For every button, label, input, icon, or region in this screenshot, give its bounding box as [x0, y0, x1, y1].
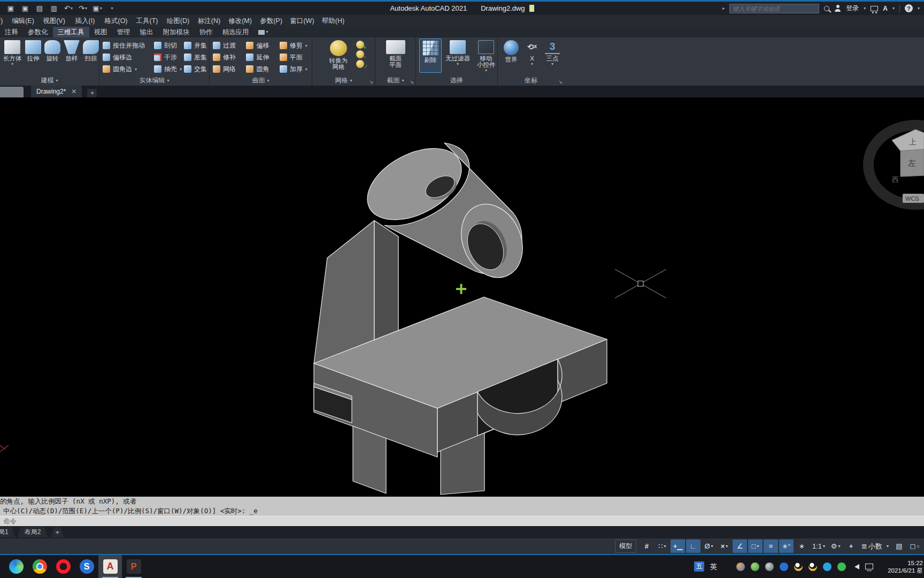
menu-edit[interactable]: 编辑(E) [7, 15, 38, 27]
section-dialog-launcher-icon[interactable]: ↘ [410, 79, 414, 85]
menu-draw[interactable]: 绘图(D) [163, 15, 194, 27]
osnap-toggle[interactable]: □▾ [748, 539, 763, 553]
signin-button[interactable]: 登录 [846, 4, 859, 13]
command-input-line[interactable]: 命令 [0, 516, 924, 526]
model-space-button[interactable]: 模型 [615, 539, 636, 553]
tab-manage[interactable]: 管理 [112, 27, 135, 37]
qat-menu-button[interactable]: ▾ [106, 4, 117, 13]
presspull-button[interactable]: 按住并拖动 [103, 40, 149, 51]
surface-offset-button[interactable]: 偏移 [246, 40, 274, 51]
shell-button[interactable]: 抽壳▾ [154, 63, 179, 75]
smooth-more-icon[interactable]: + [356, 41, 364, 49]
panel-label-mesh[interactable]: 网格▾ [312, 76, 375, 85]
quick-properties-button[interactable]: ▤ [892, 539, 906, 553]
layout-tab-2[interactable]: 布局2 [18, 527, 48, 537]
section-plane-button[interactable]: 截面 平面 [381, 39, 411, 68]
sweep-button[interactable]: 扫掠 [81, 39, 101, 66]
menu-format[interactable]: 格式(O) [101, 15, 132, 27]
file-tab-drawing2[interactable]: Drawing2* ✕ [31, 86, 82, 97]
open-icon[interactable]: ▤ [34, 4, 45, 13]
panel-label-modeling[interactable]: 建模▾ [0, 76, 99, 85]
culling-button[interactable]: 剔除 [419, 39, 442, 73]
slice-button[interactable]: 剖切 [154, 40, 179, 51]
osnap-tracking-toggle[interactable]: ∠ [733, 539, 747, 553]
search-input[interactable] [729, 4, 819, 13]
network-tray-icon[interactable] [865, 564, 873, 569]
intersect-button[interactable]: 交集 [184, 63, 207, 75]
ortho-toggle[interactable]: ∟ [686, 539, 700, 553]
taskbar-clock[interactable]: 15:22 2021/6/21 星 [883, 559, 923, 574]
tab-view[interactable]: 视图 [89, 27, 112, 37]
world-ucs-button[interactable]: 世界 [501, 39, 521, 66]
tray-app-icon-4[interactable] [780, 562, 788, 571]
menu-window[interactable]: 窗口(W) [287, 15, 318, 27]
surface-thicken-button[interactable]: 加厚▾ [280, 63, 310, 75]
workspace-switch-button[interactable]: ⚙▾ [828, 539, 843, 553]
plot-icon[interactable]: ▥ [49, 4, 59, 13]
surface-blend-button[interactable]: 过渡 [213, 40, 241, 51]
annotation-monitor-button[interactable]: + [844, 539, 858, 553]
bilibili-tray-icon[interactable] [823, 562, 831, 571]
save-as-icon[interactable]: ▣ [20, 4, 30, 13]
units-button[interactable]: ≣ 小数▾ [859, 539, 891, 553]
tray-app-icon-3[interactable] [765, 562, 774, 571]
tab-add-ins[interactable]: 附加模块 [158, 27, 195, 37]
menu-parametric[interactable]: 参数(P) [256, 15, 287, 27]
ime-wubi-indicator[interactable]: 五 [694, 561, 704, 572]
snap-toggle[interactable]: ∷▾ [655, 539, 669, 553]
tab-annotate[interactable]: 注释 [0, 27, 23, 37]
union-button[interactable]: 并集 [184, 40, 207, 51]
close-tab-icon[interactable]: ✕ [71, 88, 76, 95]
extrude-button[interactable]: 拉伸 [24, 39, 43, 66]
menu-tools[interactable]: 工具(T) [132, 15, 163, 27]
lineweight-toggle[interactable]: ≡ [764, 539, 778, 553]
mesh-dialog-launcher-icon[interactable]: ↘ [369, 79, 373, 85]
app-store-cart-icon[interactable] [871, 6, 878, 11]
no-filter-button[interactable]: 无过滤器▾ [444, 39, 472, 73]
new-drawing-tab-button[interactable]: + [87, 89, 97, 97]
wcs-menu-label[interactable]: WCS [905, 195, 919, 202]
isolate-objects-button[interactable]: ◻○ [907, 539, 922, 553]
autodesk-dropdown-icon[interactable]: ▾ [892, 6, 895, 11]
drawing-viewport[interactable]: 上 左 西 WCS [0, 97, 924, 497]
interfere-button[interactable]: 干涉 [154, 51, 179, 63]
user-icon[interactable] [834, 5, 841, 12]
revolve-button[interactable]: 旋转 [43, 39, 62, 66]
edge-taskbar-icon[interactable] [4, 555, 28, 578]
autodesk-a-icon[interactable]: A [883, 5, 888, 12]
ribbon-display-toggle[interactable]: ▾ [258, 27, 268, 37]
batch-plot-icon[interactable]: ▣▾ [92, 4, 103, 13]
tray-app-icon-1[interactable] [736, 562, 745, 571]
tab-featured-apps[interactable]: 精选应用 [218, 27, 254, 37]
tab-parametric[interactable]: 参数化 [23, 27, 53, 37]
language-indicator[interactable]: 英 [710, 562, 717, 572]
signin-dropdown-icon[interactable]: ▾ [864, 6, 866, 11]
annotation-scale-button[interactable]: 1:1▾ [810, 539, 827, 553]
layout-tab-1[interactable]: 局1 [0, 527, 16, 537]
menu-view[interactable]: 视图(V) [38, 15, 70, 27]
isodraft-toggle[interactable]: ×▾ [717, 539, 732, 553]
menu-file[interactable]: 文件(F) [0, 15, 7, 27]
annotation-visibility-toggle[interactable]: ∗° [779, 539, 794, 553]
move-gizmo-button[interactable]: 移动 小控件▾ [474, 39, 498, 73]
ucs-x-button[interactable]: ⟲ˣ X▾ [523, 39, 541, 66]
menu-modify[interactable]: 修改(M) [225, 15, 256, 27]
convert-to-mesh-button[interactable]: 转换为 网格 [323, 39, 354, 70]
tab-output[interactable]: 输出 [135, 27, 158, 37]
annotation-autoscale-toggle[interactable]: ∗ [795, 539, 809, 553]
viewcube-left-label[interactable]: 左 [908, 158, 916, 168]
fillet-edge-button[interactable]: 圆角边▾ [103, 63, 149, 75]
autocad-taskbar-icon[interactable]: A [98, 555, 122, 578]
volume-tray-icon[interactable] [852, 564, 859, 569]
surface-patch-button[interactable]: 修补 [213, 51, 241, 63]
smooth-less-icon[interactable]: − [356, 50, 364, 58]
tab-collaborate[interactable]: 协作 [195, 27, 218, 37]
surface-trim-button[interactable]: 修剪▾ [280, 40, 310, 51]
qq-tray-icon-1[interactable] [794, 562, 803, 571]
viewcube-top-label[interactable]: 上 [909, 138, 917, 146]
s-browser-taskbar-icon[interactable]: S [75, 555, 98, 578]
surface-network-button[interactable]: 网络 [213, 63, 241, 75]
panel-label-selection[interactable]: 选择 [416, 76, 497, 85]
start-tab-partial[interactable] [0, 87, 24, 97]
new-layout-button[interactable]: + [51, 527, 64, 537]
